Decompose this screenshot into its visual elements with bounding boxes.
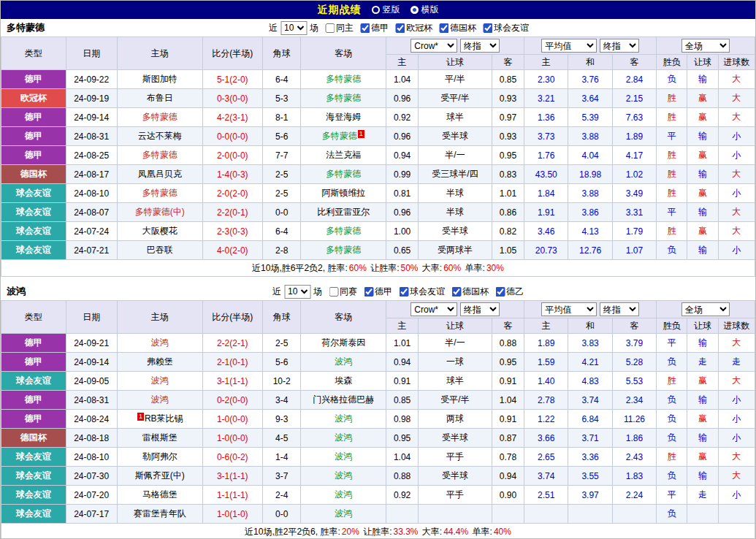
result-outcome: 负 xyxy=(657,410,687,429)
red-card-badge: 1 xyxy=(358,130,364,138)
same-filter-checkbox[interactable] xyxy=(325,23,335,33)
result-handicap: 赢 xyxy=(687,146,718,165)
handicap-line: 受半球 xyxy=(419,467,492,486)
handicap-odds-home: 0.94 xyxy=(386,146,418,165)
home-team: 赛雷堡青年队 xyxy=(117,505,202,524)
score: 2-0(2-0) xyxy=(202,184,262,203)
match-row: 球会友谊24-07-30斯佩齐亚(中)3-1(1-1)3-7波鸿0.88受半球0… xyxy=(1,467,755,486)
same-filter-checkbox[interactable] xyxy=(329,287,338,297)
avg-odds-draw: 3.71 xyxy=(568,429,612,448)
average-select[interactable]: 平均值 xyxy=(541,302,597,316)
col-date: 日期 xyxy=(66,301,117,334)
page-title: 近期战绩 xyxy=(318,4,362,17)
col-date: 日期 xyxy=(66,37,117,70)
score: 0-2(0-0) xyxy=(202,391,262,410)
col-type: 类型 xyxy=(1,301,66,334)
league-filter-3[interactable]: 德乙 xyxy=(490,286,524,298)
league-checkbox[interactable] xyxy=(395,23,405,33)
league-filter-0[interactable]: 德甲 xyxy=(355,22,389,34)
result-outcome: 平 xyxy=(657,486,687,505)
same-filter[interactable]: 同赛 xyxy=(324,286,357,298)
league-filter-0[interactable]: 德甲 xyxy=(359,286,392,298)
matches-label: 场 xyxy=(310,22,318,34)
away-team: 多特蒙德 xyxy=(301,89,386,108)
avg-odds-home: 3.21 xyxy=(524,89,568,108)
horizontal-layout-radio[interactable]: 横版 xyxy=(411,4,439,16)
corners: 2-5 xyxy=(263,184,301,203)
col-avg-away: 客 xyxy=(612,318,656,334)
scope-select[interactable]: 全场 xyxy=(681,39,730,53)
same-filter[interactable]: 同主 xyxy=(320,22,354,34)
away-team: 波鸿 xyxy=(301,505,386,524)
handicap-odds-away: 0.95 xyxy=(492,146,524,165)
match-row: 德甲24-09-22斯图加特5-1(2-0)6-4多特蒙德1.04平/半0.85… xyxy=(1,70,755,89)
handicap-odds-away: 1.05 xyxy=(492,241,524,260)
match-date: 24-09-14 xyxy=(66,353,117,372)
handicap-line: 受平/半 xyxy=(419,391,492,410)
match-count-select[interactable]: 10 xyxy=(284,285,310,299)
league-filter-2[interactable]: 德国杯 xyxy=(446,286,489,298)
handicap-odds-away: 1.04 xyxy=(492,391,524,410)
col-avg-home: 主 xyxy=(524,55,568,70)
average-select[interactable]: 平均值 xyxy=(541,39,597,53)
match-row: 球会友谊24-08-07多特蒙德(中)2-2(0-1)0-0比利亚雷亚尔0.96… xyxy=(1,203,755,222)
handicap-odds-home: 0.81 xyxy=(386,184,418,203)
competition-badge: 球会友谊 xyxy=(1,486,66,505)
result-goals: 大 xyxy=(718,70,755,89)
result-outcome: 负 xyxy=(657,467,687,486)
vertical-layout-radio[interactable]: 竖版 xyxy=(372,4,400,16)
league-label: 欧冠杯 xyxy=(406,22,432,34)
section-header: 波鸿 近 10 场 同赛 德甲 球会友谊 xyxy=(1,283,755,300)
avg-odds-away: 2.84 xyxy=(612,70,656,89)
result-goals: 小 xyxy=(718,486,755,505)
league-filter-3[interactable]: 球会友谊 xyxy=(478,22,529,34)
bookmaker-select[interactable]: Crow* xyxy=(411,302,457,316)
odds-stage-select[interactable]: 终指 xyxy=(460,39,500,53)
scope-select[interactable]: 全场 xyxy=(681,302,730,316)
corners: 8-1 xyxy=(263,108,301,127)
avg-stage-select[interactable]: 终指 xyxy=(600,302,639,316)
match-row: 球会友谊24-07-21巴吞联4-0(2-0)2-8多特蒙德0.65受两球半1.… xyxy=(1,241,755,260)
away-team: 门兴格拉德巴赫 xyxy=(301,391,386,410)
avg-odds-away: 1.83 xyxy=(612,467,656,486)
league-checkbox[interactable] xyxy=(364,287,373,297)
league-checkbox[interactable] xyxy=(495,287,505,297)
league-filter-1[interactable]: 欧冠杯 xyxy=(390,22,432,34)
result-goals: 大 xyxy=(718,334,755,353)
avg-odds-away: 11.26 xyxy=(612,410,656,429)
league-checkbox[interactable] xyxy=(483,23,492,33)
odds-stage-select[interactable]: 终指 xyxy=(460,302,500,316)
score: 2-2(2-1) xyxy=(202,334,262,353)
away-team: 波鸿 xyxy=(301,467,386,486)
handicap-odds-home: 0.96 xyxy=(386,203,418,222)
avg-odds-away: 5.28 xyxy=(612,353,656,372)
handicap-odds-home: 0.96 xyxy=(386,89,418,108)
corners: 0-0 xyxy=(263,203,301,222)
match-date: 24-08-10 xyxy=(66,448,117,467)
summary-label: 让胜率: xyxy=(361,527,392,537)
league-checkbox[interactable] xyxy=(451,287,461,297)
handicap-line: 受半球 xyxy=(419,429,492,448)
handicap-line: 半/一 xyxy=(419,334,492,353)
col-result-handicap: 让球 xyxy=(687,318,718,334)
result-goals xyxy=(718,505,755,524)
league-checkbox[interactable] xyxy=(439,23,448,33)
competition-badge: 球会友谊 xyxy=(1,203,66,222)
summary-text: 近10场,胜2平2负6, 胜率:20% 让胜率:33.3% 大率:44.4% 单… xyxy=(1,524,755,539)
average-odds-group: 平均值 终指 xyxy=(524,301,657,318)
bookmaker-select[interactable]: Crow* xyxy=(411,39,457,53)
avg-stage-select[interactable]: 终指 xyxy=(600,39,639,53)
home-team: 凤凰吕贝克 xyxy=(117,165,202,184)
handicap-odds-home: 0.65 xyxy=(386,241,418,260)
match-count-select[interactable]: 10 xyxy=(280,21,307,35)
avg-odds-home: 1.91 xyxy=(524,203,568,222)
handicap-odds-home: 1.01 xyxy=(386,334,418,353)
league-filter-1[interactable]: 球会友谊 xyxy=(394,286,445,298)
league-checkbox[interactable] xyxy=(360,23,370,33)
league-checkbox[interactable] xyxy=(399,287,408,297)
col-avg-home: 主 xyxy=(524,318,568,334)
handicap-line: 受两球半 xyxy=(419,241,492,260)
corners: 0-0 xyxy=(263,505,301,524)
league-filter-2[interactable]: 德国杯 xyxy=(434,22,476,34)
corners: 5-6 xyxy=(263,353,301,372)
